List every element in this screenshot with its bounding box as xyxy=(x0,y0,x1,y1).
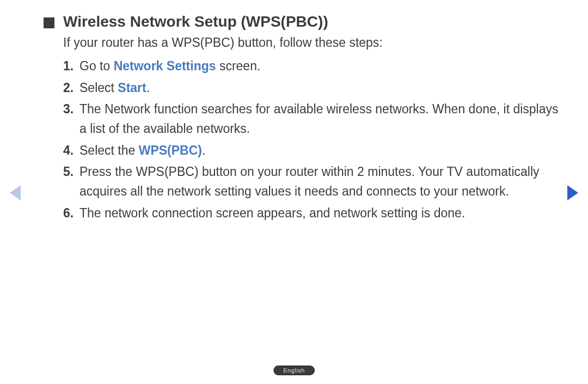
highlight-term: WPS(PBC) xyxy=(139,143,202,157)
step-body: The network connection screen appears, a… xyxy=(79,204,566,223)
step-text: screen. xyxy=(216,59,261,73)
step-number: 1. xyxy=(63,57,79,76)
list-item: 5. Press the WPS(PBC) button on your rou… xyxy=(63,162,566,201)
step-number: 3. xyxy=(63,100,79,138)
step-number: 5. xyxy=(63,162,79,201)
highlight-term: Start xyxy=(118,81,146,95)
step-number: 2. xyxy=(63,78,79,98)
step-body: The Network function searches for availa… xyxy=(79,100,566,138)
highlight-term: Network Settings xyxy=(114,59,216,73)
step-text: . xyxy=(146,81,150,95)
section-bullet-icon xyxy=(44,17,54,28)
list-item: 1. Go to Network Settings screen. xyxy=(63,57,566,76)
intro-text: If your router has a WPS(PBC) button, fo… xyxy=(63,34,566,51)
step-body: Press the WPS(PBC) button on your router… xyxy=(79,162,566,201)
step-body: Select Start. xyxy=(79,78,566,98)
step-number: 4. xyxy=(63,141,79,161)
content-area: Wireless Network Setup (WPS(PBC)) If you… xyxy=(44,13,566,225)
next-page-arrow-icon[interactable] xyxy=(567,185,578,200)
step-text: . xyxy=(202,143,205,157)
prev-page-arrow-icon[interactable] xyxy=(10,185,21,200)
list-item: 2. Select Start. xyxy=(63,78,566,98)
step-text: Select the xyxy=(79,143,139,157)
page-title: Wireless Network Setup (WPS(PBC)) xyxy=(63,13,328,31)
step-body: Go to Network Settings screen. xyxy=(79,57,566,76)
step-body: Select the WPS(PBC). xyxy=(79,141,566,161)
language-indicator: English xyxy=(273,365,315,375)
list-item: 4. Select the WPS(PBC). xyxy=(63,141,566,161)
manual-page: Wireless Network Setup (WPS(PBC)) If you… xyxy=(0,0,588,384)
heading-row: Wireless Network Setup (WPS(PBC)) xyxy=(44,13,566,31)
step-number: 6. xyxy=(63,204,79,223)
step-text: Go to xyxy=(79,59,114,73)
list-item: 3. The Network function searches for ava… xyxy=(63,100,566,138)
steps-list: 1. Go to Network Settings screen. 2. Sel… xyxy=(63,57,566,223)
list-item: 6. The network connection screen appears… xyxy=(63,204,566,223)
step-text: Select xyxy=(79,81,118,95)
